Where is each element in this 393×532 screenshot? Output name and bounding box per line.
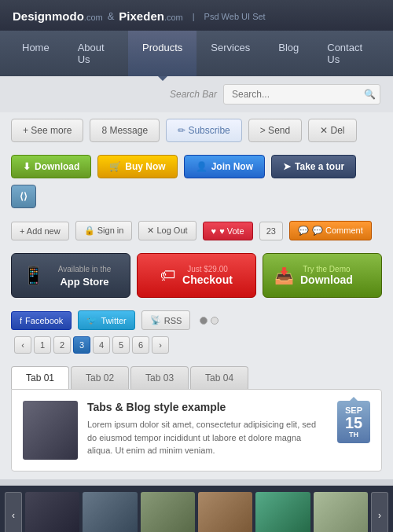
blog-title: Tabs & Blog style example <box>87 401 328 413</box>
blog-thumbnail <box>23 401 78 460</box>
sign-in-button[interactable]: 🔒 Sign in <box>75 221 133 240</box>
take-tour-label: Take a tour <box>295 161 344 172</box>
add-new-button[interactable]: + Add new <box>11 222 69 240</box>
subscribe-label: ✏ Subscribe <box>178 125 230 136</box>
radio-dot-1[interactable] <box>200 317 208 325</box>
search-label: Search Bar <box>170 89 217 100</box>
blog-day: 15 <box>343 415 364 431</box>
tabs-row: Tab 01 Tab 02 Tab 03 Tab 04 <box>0 360 393 389</box>
message-label: 8 Message <box>101 125 148 136</box>
comment-button[interactable]: 💬 💬 Comment <box>289 221 372 240</box>
thumb-4[interactable] <box>198 492 252 532</box>
radio-group <box>200 317 219 325</box>
comment-icon: 💬 <box>298 226 309 236</box>
thumb-3[interactable] <box>141 492 195 532</box>
radio-dot-2[interactable] <box>211 317 219 325</box>
blog-suffix: TH <box>343 431 364 438</box>
log-out-button[interactable]: ✕ Log Out <box>138 221 196 240</box>
subscribe-button[interactable]: ✏ Subscribe <box>166 119 242 142</box>
nav-services[interactable]: Services <box>196 31 264 76</box>
next-page-button[interactable]: › <box>152 336 169 354</box>
download-demo-button[interactable]: 📥 Try the Demo Download <box>263 253 382 298</box>
search-wrap: 🔍 <box>223 84 380 105</box>
download-button[interactable]: ⬇ Download <box>11 155 91 178</box>
checkout-button[interactable]: 🏷 Just $29.00 Checkout <box>137 253 256 298</box>
rss-icon: 📡 <box>150 315 161 325</box>
thumb-2[interactable] <box>83 492 137 532</box>
nav-home[interactable]: Home <box>8 31 64 76</box>
search-input[interactable] <box>223 84 380 105</box>
download-label: Download <box>35 161 79 172</box>
blog-content: Tabs & Blog style example Lorem ipsum do… <box>87 401 328 457</box>
thumb-1[interactable] <box>25 492 79 532</box>
share-button[interactable]: ⟨⟩ <box>11 185 36 208</box>
appstore-button[interactable]: 📱 Available in the App Store <box>11 253 130 298</box>
cta-button-row: 📱 Available in the App Store 🏷 Just $29.… <box>0 247 393 304</box>
rss-button[interactable]: 📡 RSS <box>141 310 191 330</box>
brand1: Designmodo.com <box>13 9 103 23</box>
see-more-button[interactable]: + See more <box>11 119 83 142</box>
brand2-text: Pixeden <box>119 9 164 23</box>
twitter-button[interactable]: 🐦 Twitter <box>78 310 134 330</box>
take-tour-button[interactable]: ➤ Take a tour <box>271 155 356 178</box>
button-row-1: + See more 8 Message ✏ Subscribe > Send … <box>0 112 393 149</box>
join-now-label: Join Now <box>211 161 253 172</box>
search-icon[interactable]: 🔍 <box>364 89 376 100</box>
vote-count: 23 <box>259 222 283 240</box>
page-5-button[interactable]: 5 <box>112 336 130 354</box>
prev-page-button[interactable]: ‹ <box>14 336 31 354</box>
twitter-label: Twitter <box>101 316 126 325</box>
tab-04[interactable]: Tab 04 <box>190 366 248 389</box>
nav-about[interactable]: About Us <box>64 31 128 76</box>
main-nav: Home About Us Products Services Blog Con… <box>0 31 393 76</box>
cart-icon: 🛒 <box>109 161 121 172</box>
tab-02[interactable]: Tab 02 <box>71 366 129 389</box>
tab-03[interactable]: Tab 03 <box>130 366 189 389</box>
user-icon: 👤 <box>196 161 208 172</box>
download-icon: ⬇ <box>23 161 31 172</box>
page-4-button[interactable]: 4 <box>93 336 110 354</box>
page-2-button[interactable]: 2 <box>53 336 71 354</box>
section-divider <box>0 479 393 486</box>
twitter-icon: 🐦 <box>86 315 97 325</box>
checkout-small: Just $29.00 <box>182 265 233 273</box>
main-content: Search Bar 🔍 + See more 8 Message ✏ Subs… <box>0 76 393 532</box>
join-now-button[interactable]: 👤 Join Now <box>184 155 265 178</box>
tab-01[interactable]: Tab 01 <box>11 366 69 389</box>
nav-contact[interactable]: Contact Us <box>313 31 385 76</box>
share-icon: ⟨⟩ <box>20 191 28 202</box>
message-button[interactable]: 8 Message <box>90 119 160 142</box>
del-button[interactable]: ✕ Del <box>308 119 356 142</box>
log-out-label: ✕ Log Out <box>147 226 187 235</box>
nav-products[interactable]: Products <box>128 31 196 76</box>
header-divider: | <box>193 12 195 21</box>
buy-now-button[interactable]: 🛒 Buy Now <box>97 155 177 178</box>
header: Designmodo.com & Pixeden.com | Psd Web U… <box>0 0 393 31</box>
thumb-5[interactable] <box>255 492 310 532</box>
facebook-button[interactable]: f Facebook <box>11 311 72 330</box>
page-6-button[interactable]: 6 <box>132 336 149 354</box>
checkout-big: Checkout <box>182 273 233 286</box>
blog-text: Lorem ipsum dolor sit amet, consectetur … <box>87 418 328 457</box>
vote-label: ♥ Vote <box>219 226 244 236</box>
blog-date: SEP 15 TH <box>337 401 370 443</box>
send-label: > Send <box>260 125 290 136</box>
blog-card: Tabs & Blog style example Lorem ipsum do… <box>11 389 382 471</box>
social-row: f Facebook 🐦 Twitter 📡 RSS ‹ 1 2 3 4 5 6… <box>0 304 393 360</box>
brand-amp: & <box>108 10 115 22</box>
nav-blog[interactable]: Blog <box>264 31 313 76</box>
phone-icon: 📱 <box>23 266 44 286</box>
heart-icon: ♥ <box>211 226 217 236</box>
see-more-label: + See more <box>23 125 72 136</box>
page-3-button[interactable]: 3 <box>73 336 90 354</box>
button-row-2: ⬇ Download 🛒 Buy Now 👤 Join Now ➤ Take a… <box>0 149 393 215</box>
buy-now-label: Buy Now <box>125 161 165 172</box>
page-1-button[interactable]: 1 <box>34 336 51 354</box>
vote-button[interactable]: ♥ ♥ Vote <box>203 222 253 240</box>
next-thumb-button[interactable]: › <box>371 492 388 532</box>
button-row-3: + Add new 🔒 Sign in ✕ Log Out ♥ ♥ Vote 2… <box>0 215 393 247</box>
prev-thumb-button[interactable]: ‹ <box>5 492 22 532</box>
thumb-6[interactable] <box>314 492 368 532</box>
sign-in-label: 🔒 Sign in <box>84 226 124 235</box>
send-button[interactable]: > Send <box>248 119 302 142</box>
